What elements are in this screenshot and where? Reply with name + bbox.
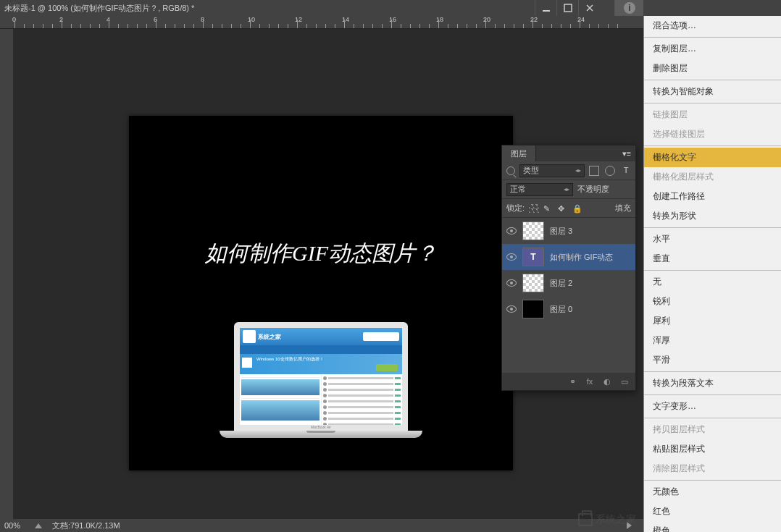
menu-item[interactable]: 平滑 — [644, 350, 781, 370]
layer-item[interactable]: 图层 3 — [502, 218, 635, 244]
menu-item[interactable]: 水平 — [644, 229, 781, 249]
layer-name[interactable]: 图层 0 — [550, 304, 572, 315]
layer-item[interactable]: 图层 0 — [502, 296, 635, 322]
menu-item[interactable]: 删除图层 — [644, 59, 781, 78]
menu-item[interactable]: 锐利 — [644, 292, 781, 311]
svg-rect-1 — [564, 4, 572, 12]
filter-type-select[interactable]: 类型◂▸ — [519, 164, 585, 177]
ruler-horizontal: 024681012141618202224 — [0, 16, 643, 29]
statusbar: 00% 文档:791.0K/2.13M — [0, 519, 643, 532]
window-title: 未标题-1 @ 100% (如何制作GIF动态图片？, RGB/8) * — [4, 3, 194, 14]
menu-item[interactable]: 无 — [644, 272, 781, 292]
ruler-vertical — [0, 29, 13, 519]
zoom-dropdown-icon[interactable] — [35, 523, 42, 528]
doc-size: 文档:791.0K/2.13M — [52, 520, 120, 531]
laptop-image-layer[interactable]: 系统之家 Windows 10全球数亿用户的选择！ — [220, 322, 422, 438]
fill-label: 填充 — [615, 203, 631, 214]
menu-item[interactable]: 复制图层… — [644, 39, 781, 59]
visibility-eye-icon[interactable] — [506, 227, 517, 235]
menu-item[interactable]: 无颜色 — [644, 482, 781, 502]
canvas[interactable]: 如何制作GIF动态图片？ 系统之家 Windows 10全球数亿用户的选择！ — [129, 116, 513, 470]
context-menu[interactable]: 混合选项…复制图层…删除图层转换为智能对象链接图层选择链接图层栅格化文字栅格化图… — [643, 16, 781, 532]
visibility-eye-icon[interactable] — [506, 253, 517, 261]
lock-label: 锁定: — [506, 203, 525, 214]
visibility-eye-icon[interactable] — [506, 279, 517, 287]
menu-item[interactable]: 犀利 — [644, 311, 781, 331]
menu-item[interactable]: 混合选项… — [644, 16, 781, 35]
watermark-icon — [578, 513, 593, 526]
menu-item[interactable]: 转换为形状 — [644, 206, 781, 226]
menu-item[interactable]: 栅格化文字 — [644, 148, 781, 167]
lock-brush-icon[interactable]: ✎ — [543, 204, 554, 213]
panel-menu-icon[interactable]: ▾≡ — [622, 149, 631, 159]
lock-transparent-icon[interactable] — [529, 204, 539, 213]
site-title: 系统之家 — [258, 333, 281, 341]
layer-item[interactable]: T如何制作 GIF动态 — [502, 244, 635, 270]
info-button[interactable]: i — [614, 0, 643, 16]
folder-icon[interactable]: ▭ — [619, 376, 630, 387]
menu-item[interactable]: 红色 — [644, 502, 781, 521]
opacity-label: 不透明度 — [577, 184, 609, 195]
lock-position-icon[interactable]: ✥ — [558, 204, 568, 213]
close-button[interactable] — [578, 0, 600, 16]
menu-item[interactable]: 浑厚 — [644, 331, 781, 350]
laptop-brand: MacBook Air — [311, 425, 331, 429]
zoom-level[interactable]: 00% — [4, 521, 20, 530]
layers-panel[interactable]: 图层 ▾≡ 类型◂▸ T 正常◂▸ 不透明度 锁定: ✎ ✥ 🔒 填充 图层 3… — [501, 145, 636, 391]
layer-item[interactable]: 图层 2 — [502, 270, 635, 296]
layer-thumbnail[interactable] — [522, 274, 544, 292]
menu-item[interactable]: 垂直 — [644, 249, 781, 269]
site-search — [363, 332, 399, 341]
menu-item: 清除图层样式 — [644, 459, 781, 478]
svg-text:i: i — [628, 3, 630, 13]
menu-item[interactable]: 粘贴图层样式 — [644, 439, 781, 459]
layer-thumbnail[interactable] — [522, 221, 544, 240]
menu-item: 拷贝图层样式 — [644, 420, 781, 439]
svg-rect-0 — [543, 10, 550, 12]
layer-thumbnail[interactable]: T — [522, 248, 544, 266]
layer-list: 图层 3T如何制作 GIF动态图层 2图层 0 — [502, 218, 635, 322]
filter-search-icon[interactable] — [506, 166, 515, 175]
site-nav — [240, 345, 402, 354]
layer-name[interactable]: 图层 2 — [550, 278, 572, 289]
layer-thumbnail[interactable] — [522, 300, 544, 318]
site-logo-icon — [243, 330, 256, 343]
site-banner: Windows 10全球数亿用户的选择！ — [240, 354, 402, 374]
fx-icon[interactable]: fx — [585, 376, 595, 387]
layer-name[interactable]: 图层 3 — [550, 226, 572, 237]
menu-item[interactable]: 转换为智能对象 — [644, 82, 781, 101]
filter-type-icon[interactable]: T — [621, 166, 631, 176]
layers-tab[interactable]: 图层 — [502, 145, 536, 161]
visibility-eye-icon[interactable] — [506, 305, 517, 313]
titlebar: 未标题-1 @ 100% (如何制作GIF动态图片？, RGB/8) * — [0, 0, 781, 16]
layers-footer: ⚭ fx ◐ ▭ — [502, 373, 635, 390]
menu-item: 选择链接图层 — [644, 124, 781, 144]
lock-all-icon[interactable]: 🔒 — [572, 204, 582, 213]
layer-name[interactable]: 如何制作 GIF动态 — [550, 252, 613, 263]
canvas-text-layer[interactable]: 如何制作GIF动态图片？ — [205, 239, 437, 269]
menu-item[interactable]: 创建工作路径 — [644, 187, 781, 206]
menu-item: 链接图层 — [644, 105, 781, 124]
mask-icon[interactable]: ◐ — [602, 376, 612, 387]
minimize-button[interactable] — [535, 0, 556, 16]
filter-pixel-icon[interactable] — [589, 166, 599, 176]
menu-item[interactable]: 文字变形… — [644, 397, 781, 416]
menu-item[interactable]: 转换为段落文本 — [644, 373, 781, 393]
window-controls: i — [535, 0, 643, 16]
maximize-button[interactable] — [556, 0, 578, 16]
blend-mode-select[interactable]: 正常◂▸ — [506, 183, 573, 196]
link-layers-icon[interactable]: ⚭ — [567, 376, 577, 387]
menu-item[interactable]: 橙色 — [644, 521, 781, 532]
watermark: 系统之家 — [578, 513, 636, 526]
menu-item: 栅格化图层样式 — [644, 167, 781, 187]
filter-adjust-icon[interactable] — [605, 166, 615, 176]
